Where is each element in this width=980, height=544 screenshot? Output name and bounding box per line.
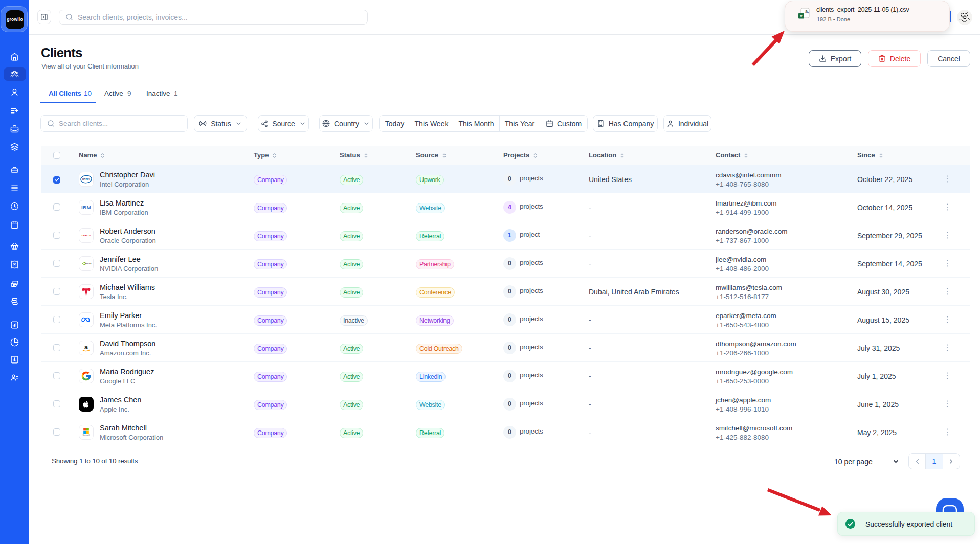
- svg-text:x: x: [800, 14, 803, 18]
- svg-text:a: a: [84, 344, 88, 351]
- svg-text:intel: intel: [82, 177, 90, 182]
- svg-text:Microsoft: Microsoft: [83, 434, 90, 436]
- svg-text:IBM: IBM: [81, 205, 91, 210]
- svg-text:a,: a,: [805, 9, 809, 14]
- svg-text:ORACLE: ORACLE: [82, 234, 91, 237]
- svg-text:NVIDIA: NVIDIA: [85, 263, 92, 265]
